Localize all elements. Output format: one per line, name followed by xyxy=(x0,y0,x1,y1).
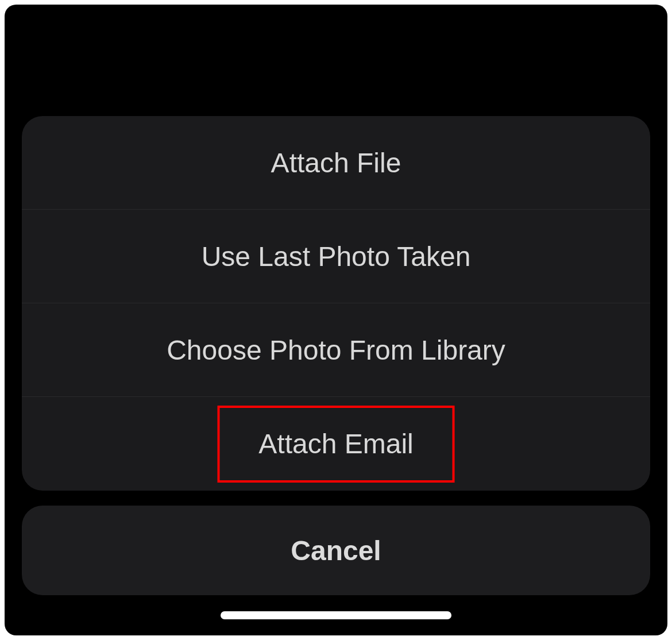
attach-email-button[interactable]: Attach Email xyxy=(22,397,650,491)
option-label: Attach File xyxy=(271,147,401,179)
option-label: Attach Email xyxy=(258,428,413,460)
option-label: Choose Photo From Library xyxy=(167,334,505,366)
choose-photo-library-button[interactable]: Choose Photo From Library xyxy=(22,303,650,397)
cancel-button[interactable]: Cancel xyxy=(22,506,650,595)
home-indicator[interactable] xyxy=(221,611,451,619)
cancel-label: Cancel xyxy=(291,535,381,566)
action-sheet-options-group: Attach File Use Last Photo Taken Choose … xyxy=(22,116,650,491)
phone-frame: Attach File Use Last Photo Taken Choose … xyxy=(5,5,667,635)
action-sheet-cancel-group: Cancel xyxy=(22,506,650,595)
action-sheet: Attach File Use Last Photo Taken Choose … xyxy=(22,116,650,595)
use-last-photo-button[interactable]: Use Last Photo Taken xyxy=(22,210,650,303)
option-label: Use Last Photo Taken xyxy=(202,241,471,272)
attach-file-button[interactable]: Attach File xyxy=(22,116,650,210)
